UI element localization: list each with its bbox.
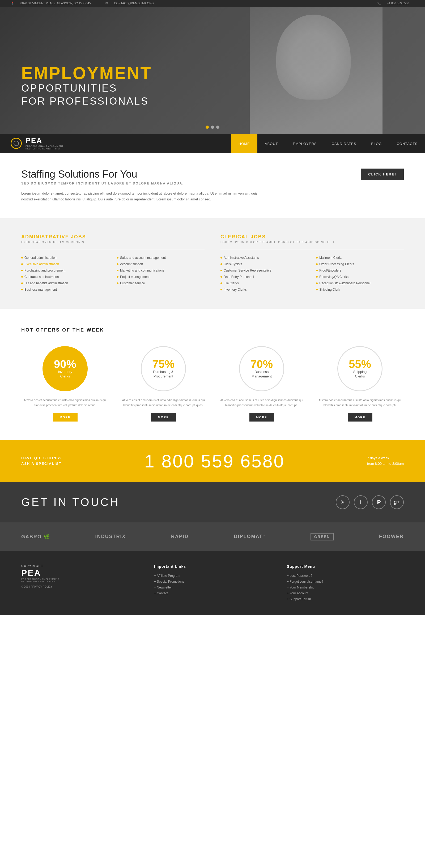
pinterest-icon[interactable]: 𝗣 <box>372 495 386 509</box>
footer-link-account[interactable]: Your Account <box>287 590 404 596</box>
job-item: Receiving/QA Clerks <box>316 274 404 280</box>
job-item: Clerk-Typists <box>221 261 308 267</box>
offer-btn-4[interactable]: MORE <box>348 413 372 422</box>
offer-btn-2[interactable]: MORE <box>151 413 176 422</box>
partner-diplomat: DIPLOMAT° <box>234 534 265 539</box>
offer-label-4: ShippingClerks <box>353 370 367 379</box>
hero-dot-2[interactable] <box>211 126 214 129</box>
bullet-icon <box>21 263 23 265</box>
footer-copyright: © 2014 PRIVACY POLICY <box>21 585 138 588</box>
bullet-icon <box>21 276 23 278</box>
admin-jobs-subtitle: EXERCITATIONEM ULLAM CORPORIS <box>21 241 204 244</box>
cta-band: HAVE QUESTIONS? ASK A SPECIALIST 1 800 5… <box>0 440 425 482</box>
nav-bar: PEA PROFESSIONAL EMPLOYMENTRECRUITING SE… <box>0 134 425 153</box>
offer-card-3: 70% BusinessManagement At vero eos et ac… <box>218 346 306 421</box>
bullet-icon <box>117 276 118 278</box>
offer-label-3: BusinessManagement <box>252 370 272 379</box>
footer-link-newsletter[interactable]: Newsletter <box>154 585 271 590</box>
job-item: Shipping Clerk <box>316 286 404 293</box>
footer-link-lost-password[interactable]: Lost Password? <box>287 573 404 579</box>
bullet-icon <box>221 257 222 258</box>
cta-left: HAVE QUESTIONS? ASK A SPECIALIST <box>21 456 62 467</box>
bullet-icon <box>21 257 23 258</box>
offer-percent-3: 70% <box>251 359 273 370</box>
footer-support-menu: Support Menu Lost Password? Forgot your … <box>287 564 404 602</box>
admin-jobs-title: ADMINISTRATIVE JOBS <box>21 234 204 240</box>
footer-pea-name: PEA <box>21 568 138 578</box>
bullet-icon <box>221 276 222 278</box>
clerical-jobs-list: Administrative Assistants Clerk-Typists … <box>221 254 404 293</box>
social-icons: 𝕏 f 𝗣 g+ <box>336 495 404 509</box>
nav-employers[interactable]: EMPLOYERS <box>286 134 324 153</box>
bullet-icon <box>316 282 318 284</box>
hero-person-face <box>276 14 351 99</box>
partner-industrix: INDUSTRIX <box>95 534 125 539</box>
clerical-col1: Administrative Assistants Clerk-Typists … <box>221 254 308 293</box>
cta-hours-line2: from 8:00 am to 3:00am <box>367 461 404 467</box>
clerical-jobs-col: CLERICAL JOBS LOREM IPSUM DOLOR SIT AMET… <box>221 234 404 293</box>
footer-support-title: Support Menu <box>287 564 404 568</box>
address-icon: 📍 <box>11 2 15 5</box>
footer-link-support[interactable]: Support Forum <box>287 596 404 602</box>
bullet-icon <box>221 282 222 284</box>
offer-circle-2: 75% Purchasing &Procurement <box>141 346 186 391</box>
job-item: Contracts administration <box>21 274 109 280</box>
nav-candidates[interactable]: CANDIDATES <box>324 134 364 153</box>
click-here-button[interactable]: CLICK HERE! <box>361 168 404 180</box>
bullet-icon <box>316 257 318 258</box>
nav-about[interactable]: ABOUT <box>257 134 286 153</box>
offer-circle-1: 90% InventoryClerks <box>42 346 88 391</box>
offer-percent-1: 90% <box>54 359 76 370</box>
bullet-icon <box>221 270 222 271</box>
footer: COPYRIGHT PEA PROFESSIONAL EMPLOYMENTREC… <box>0 551 425 615</box>
admin-col1: General administration Executive adminis… <box>21 254 109 293</box>
offer-circle-3: 70% BusinessManagement <box>239 346 284 391</box>
clerical-col2: Mailroom Clerks Order Processing Clerks … <box>316 254 404 293</box>
nav-home[interactable]: HOME <box>231 134 257 153</box>
twitter-icon[interactable]: 𝕏 <box>336 495 349 509</box>
clerical-jobs-title: CLERICAL JOBS <box>221 234 404 240</box>
footer-link-membership[interactable]: Your Membership <box>287 585 404 590</box>
nav-blog[interactable]: BLOG <box>364 134 389 153</box>
job-item: Sales and account management <box>117 254 204 261</box>
hero-title-yellow: EMPLOYMENT <box>21 65 152 82</box>
address-text: 8870 ST VINCENT PLACE, GLASGOW, DC 45 FR… <box>21 2 91 5</box>
hot-offers-title: HOT OFFERS OF THE WEEK <box>21 327 404 333</box>
footer-link-contact[interactable]: Contact <box>154 590 271 596</box>
google-plus-icon[interactable]: g+ <box>390 495 404 509</box>
footer-link-promotions[interactable]: Special Promotions <box>154 579 271 585</box>
hero-dot-3[interactable] <box>216 126 219 129</box>
footer-link-affiliate[interactable]: Affiliate Program <box>154 573 271 579</box>
clerical-jobs-subtitle: LOREM IPSUM DOLOR SIT AMET, CONSECTETUR … <box>221 241 404 244</box>
bullet-icon <box>316 289 318 290</box>
bullet-icon <box>21 289 23 290</box>
partners-section: GABRO 🌿 INDUSTRIX RAPID DIPLOMAT° green … <box>0 522 425 551</box>
job-item: Data Entry Personnel <box>221 274 308 280</box>
nav-logo: PEA PROFESSIONAL EMPLOYMENTRECRUITING SE… <box>0 134 74 153</box>
job-item: Marketing and communications <box>117 267 204 274</box>
logo-inner <box>13 141 19 146</box>
logo-text: PEA PROFESSIONAL EMPLOYMENTRECRUITING SE… <box>26 136 63 151</box>
job-item: Customer Service Representative <box>221 267 308 274</box>
staffing-section: Staffing Solutions For You SED DO EIUSMO… <box>0 153 425 218</box>
email-icon: ✉ <box>106 2 108 5</box>
cta-line1: HAVE QUESTIONS? <box>21 456 62 461</box>
offer-btn-1[interactable]: MORE <box>53 413 78 422</box>
footer-important-title: Important Links <box>154 564 271 568</box>
offer-btn-3[interactable]: MORE <box>249 413 274 422</box>
facebook-icon[interactable]: f <box>354 495 368 509</box>
bullet-icon <box>117 270 118 271</box>
bullet-icon <box>316 263 318 265</box>
job-item: Order Processing Clerks <box>316 261 404 267</box>
logo-sub: PROFESSIONAL EMPLOYMENTRECRUITING SEARCH… <box>26 145 63 151</box>
nav-contacts[interactable]: CONTACTS <box>389 134 425 153</box>
job-item-highlight: Executive administration <box>21 261 109 267</box>
hero-dot-1[interactable] <box>206 126 209 129</box>
footer-link-forgot-username[interactable]: Forgot your Username? <box>287 579 404 585</box>
git-title: GET IN TOUCH <box>21 496 120 508</box>
staffing-title: Staffing Solutions For You <box>21 168 184 180</box>
admin-col2: Sales and account management Account sup… <box>117 254 204 293</box>
cta-line2: ASK A SPECIALIST <box>21 461 62 467</box>
bullet-icon <box>117 263 118 265</box>
offer-card-2: 75% Purchasing &Procurement At vero eos … <box>119 346 207 421</box>
